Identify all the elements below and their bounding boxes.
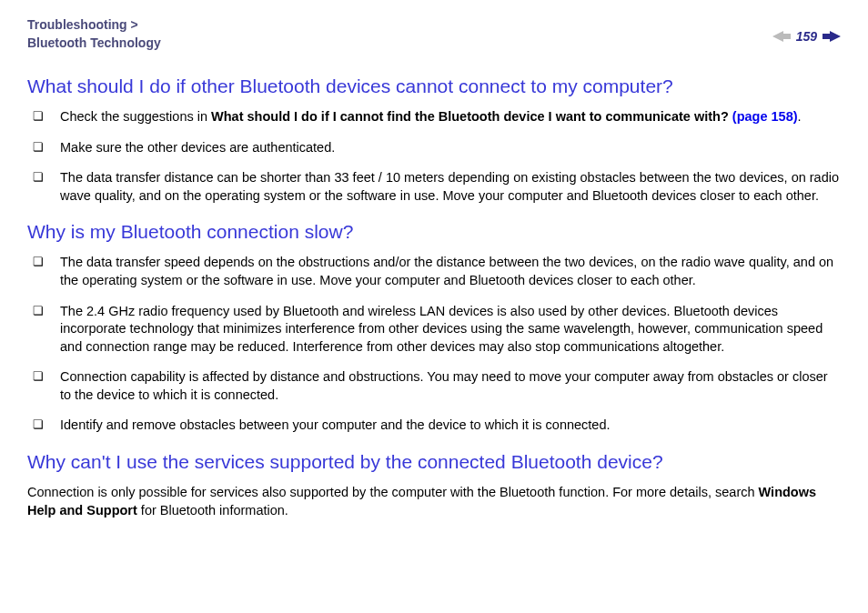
bold-text: What should I do if I cannot find the Bl… — [211, 109, 732, 124]
breadcrumb-line2: Bluetooth Technology — [27, 35, 161, 50]
list-item: The data transfer distance can be shorte… — [53, 169, 841, 205]
text: . — [798, 109, 802, 124]
page-link[interactable]: (page 158) — [732, 109, 798, 124]
list-q1: Check the suggestions in What should I d… — [27, 108, 841, 205]
list-item: Check the suggestions in What should I d… — [53, 108, 841, 126]
page-number: 159 — [796, 29, 817, 44]
page-nav: 159 — [772, 29, 841, 44]
breadcrumb: Troubleshooting > Bluetooth Technology — [27, 16, 161, 52]
list-item: Identify and remove obstacles between yo… — [53, 417, 841, 435]
list-item: Connection capability is affected by dis… — [53, 368, 841, 404]
text: Connection is only possible for services… — [27, 485, 759, 499]
heading-q1: What should I do if other Bluetooth devi… — [27, 75, 841, 97]
list-item: The data transfer speed depends on the o… — [53, 254, 841, 289]
breadcrumb-line1: Troubleshooting > — [27, 17, 138, 32]
heading-q2: Why is my Bluetooth connection slow? — [27, 221, 841, 243]
text: for Bluetooth information. — [137, 503, 288, 518]
page-header: Troubleshooting > Bluetooth Technology 1… — [0, 0, 868, 59]
paragraph-q3: Connection is only possible for services… — [27, 484, 841, 519]
list-item: Make sure the other devices are authenti… — [53, 139, 841, 157]
page-content: What should I do if other Bluetooth devi… — [0, 59, 868, 550]
prev-page-icon[interactable] — [772, 31, 791, 42]
list-q2: The data transfer speed depends on the o… — [27, 254, 841, 435]
heading-q3: Why can't I use the services supported b… — [27, 451, 841, 473]
svg-marker-0 — [772, 31, 791, 42]
svg-marker-1 — [823, 31, 841, 42]
text: Check the suggestions in — [60, 109, 211, 124]
next-page-icon[interactable] — [823, 31, 841, 42]
list-item: The 2.4 GHz radio frequency used by Blue… — [53, 303, 841, 357]
